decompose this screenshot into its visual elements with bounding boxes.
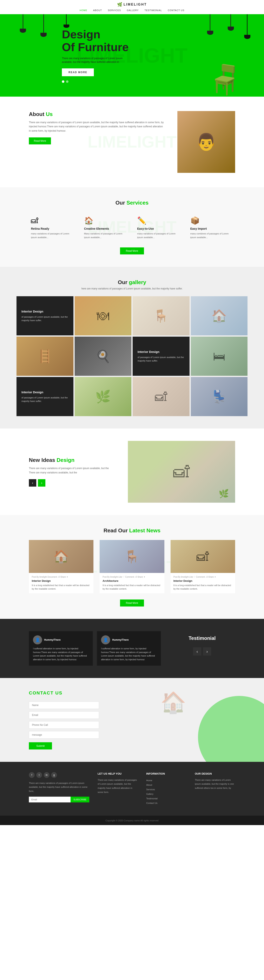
social-google-icon[interactable]: g bbox=[51, 772, 57, 778]
news-grid: 🏠 Post By limelight Document ↓0 Share ✦ … bbox=[29, 540, 235, 593]
testimonial-section: 👤 Hummy/There I suffered alteration in s… bbox=[0, 619, 264, 678]
contact-email-input[interactable] bbox=[29, 711, 99, 719]
form-group-message bbox=[29, 731, 99, 738]
news-read-more-button[interactable]: Read More bbox=[120, 600, 144, 606]
gallery-photo-2[interactable]: 🪑 bbox=[133, 296, 190, 336]
gallery-dark-card-2[interactable]: Interior Design of passages of Lorem ips… bbox=[133, 337, 190, 376]
news-image-0: 🏠 bbox=[29, 540, 93, 573]
footer-col-4: OUR DESIGN There are many variations of … bbox=[195, 772, 235, 805]
testimonial-avatar-1: 👤 bbox=[101, 635, 110, 644]
gallery-dark-title-2: Interior Design bbox=[138, 350, 185, 353]
gallery-photo-8[interactable]: 🛋 bbox=[133, 377, 190, 416]
gallery-dark-text-1: of passages of Lorem ipsum available, bu… bbox=[21, 315, 69, 322]
contact-message-input[interactable] bbox=[29, 731, 99, 738]
new-ideas-next-button[interactable]: › bbox=[38, 479, 45, 487]
hero-read-more-button[interactable]: READ MORE bbox=[62, 68, 94, 76]
news-image-1: 🪑 bbox=[99, 540, 164, 573]
gallery-photo-7[interactable]: 🌿 bbox=[75, 377, 131, 416]
hero-subtitle: There are many variations of passages of… bbox=[62, 56, 132, 64]
gallery-photo-4[interactable]: 🪜 bbox=[16, 337, 74, 376]
social-twitter-icon[interactable]: t bbox=[36, 772, 42, 778]
testimonial-card-0: 👤 Hummy/There I suffered alteration in s… bbox=[29, 631, 93, 665]
contact-form: Submit bbox=[29, 702, 99, 749]
news-item-title-1: Architecture bbox=[102, 579, 161, 582]
gallery-photo-6[interactable]: 🛏 bbox=[191, 337, 248, 376]
form-group-email bbox=[29, 711, 99, 719]
about-section: LIMELIGHT About Us There are many variat… bbox=[0, 97, 264, 187]
news-image-2: 🛋 bbox=[171, 540, 235, 573]
footer-subscribe-input[interactable] bbox=[29, 797, 70, 802]
hero-chair-deco: 🪑 bbox=[207, 63, 243, 97]
nav-contact[interactable]: CONTACT US bbox=[168, 9, 185, 11]
news-item-0: 🏠 Post By limelight Document ↓0 Share ✦ … bbox=[29, 540, 93, 593]
gallery-title: Our gallery bbox=[16, 279, 248, 286]
nav-home[interactable]: HOME bbox=[80, 9, 87, 11]
testimonial-cards-area: 👤 Hummy/There I suffered alteration in s… bbox=[29, 631, 161, 665]
service-icon-1: 🏠 bbox=[84, 216, 127, 225]
testimonial-prev-button[interactable]: ‹ bbox=[193, 647, 201, 655]
service-icon-2: ✏️ bbox=[137, 216, 180, 225]
service-name-1: Creative Elements bbox=[84, 227, 127, 230]
contact-submit-button[interactable]: Submit bbox=[29, 742, 52, 749]
services-section: LIMELIGHT Our Services 🛋 Retina Ready ma… bbox=[0, 187, 264, 267]
news-section-title: Read Our Latest News bbox=[29, 527, 235, 534]
hero-dot-1[interactable] bbox=[62, 80, 64, 83]
nav-testimonial[interactable]: TESTIMONIAL bbox=[145, 9, 162, 11]
logo-icon: 🌿 bbox=[117, 2, 122, 7]
testimonial-next-button[interactable]: › bbox=[203, 647, 211, 655]
contact-phone-input[interactable] bbox=[29, 721, 99, 729]
hero-dot-2[interactable] bbox=[66, 80, 69, 83]
footer-link-home[interactable]: Home bbox=[146, 778, 187, 783]
news-body-1: Post By limelight Like ♡ Comment ↓0 Shar… bbox=[99, 573, 164, 593]
contact-section: CONTACT US Submit 🏠 bbox=[0, 678, 264, 762]
testimonial-nav-arrows: ‹ › bbox=[169, 647, 235, 655]
gallery-photo-3[interactable]: 🏠 bbox=[191, 296, 248, 336]
gallery-photo-5[interactable]: 🍳 bbox=[75, 337, 131, 376]
footer-social-icons: f t in g bbox=[29, 772, 89, 778]
new-ideas-nav: ‹ › bbox=[29, 479, 115, 487]
logo-area: 🌿 LIMELIGHT bbox=[0, 2, 264, 7]
footer-link-testimonial[interactable]: Testimonial bbox=[146, 796, 187, 801]
footer-col-3: INFORMATION Home About Services Gallery … bbox=[146, 772, 187, 805]
nav-gallery[interactable]: GALLERY bbox=[127, 9, 139, 11]
footer-link-about[interactable]: About bbox=[146, 783, 187, 787]
contact-deco-area: 🏠 bbox=[111, 690, 235, 715]
footer-subscribe-button[interactable]: SUBSCRIBE bbox=[70, 797, 90, 802]
service-name-3: Easy Import bbox=[190, 227, 233, 230]
contact-name-input[interactable] bbox=[29, 702, 99, 709]
news-meta-2: Post By limelight Like ♡ Comment ↓0 Shar… bbox=[173, 576, 232, 578]
gallery-dark-card-1[interactable]: Interior Design of passages of Lorem ips… bbox=[16, 296, 74, 336]
gallery-dark-card-3[interactable]: Interior Design of passages of Lorem ips… bbox=[16, 377, 74, 416]
about-image: 👨 bbox=[178, 111, 235, 173]
footer-col4-title: OUR DESIGN bbox=[195, 772, 235, 775]
social-linkedin-icon[interactable]: in bbox=[44, 772, 50, 778]
nav-about[interactable]: ABOUT bbox=[93, 9, 102, 11]
testimonial-card-1: 👤 Hummy/There I suffered alteration in s… bbox=[97, 631, 161, 665]
gallery-photo-1[interactable]: 🍽 bbox=[75, 296, 131, 336]
service-icon-3: 📦 bbox=[190, 216, 233, 225]
hero-content: Design Of Furniture There are many varia… bbox=[0, 28, 132, 83]
footer-col4-desc: There are many variations of Lorem ipsum… bbox=[195, 778, 235, 790]
gallery-photo-9[interactable]: 💺 bbox=[191, 377, 248, 416]
news-item-desc-2: It is a long established fact that a rea… bbox=[173, 584, 232, 590]
about-read-more-button[interactable]: Read More bbox=[29, 137, 51, 145]
social-facebook-icon[interactable]: f bbox=[29, 772, 35, 778]
news-item-desc-1: It is a long established fact that a rea… bbox=[102, 584, 161, 590]
new-ideas-image: 🛋 🌿 bbox=[128, 441, 235, 503]
services-read-more-button[interactable]: Read More bbox=[120, 247, 144, 255]
news-body-0: Post By limelight Document ↓0 Share ✦ In… bbox=[29, 573, 93, 593]
footer-col1-desc: There are many variations of passages of… bbox=[29, 781, 89, 793]
footer-link-services[interactable]: Services bbox=[146, 787, 187, 792]
footer-copyright: Copyright © 2020 Company name All rights… bbox=[106, 819, 158, 822]
testimonial-name-1: Hummy/There bbox=[112, 638, 129, 641]
gallery-header: Our gallery here are many variations of … bbox=[16, 279, 248, 290]
new-ideas-prev-button[interactable]: ‹ bbox=[29, 479, 36, 487]
lamp-shade-6 bbox=[244, 35, 250, 39]
footer-link-gallery[interactable]: Gallery bbox=[146, 792, 187, 796]
lamp-shade-5 bbox=[228, 27, 234, 31]
site-header: 🌿 LIMELIGHT HOME ABOUT SERVICES GALLERY … bbox=[0, 0, 264, 14]
nav-services[interactable]: SERVICES bbox=[108, 9, 121, 11]
footer-link-contact[interactable]: Contact Us bbox=[146, 801, 187, 805]
service-desc-1: Many variations of passages of Lorem ips… bbox=[84, 232, 127, 239]
latest-news-section: LIMELIGHT Read Our Latest News 🏠 Post By… bbox=[0, 515, 264, 619]
